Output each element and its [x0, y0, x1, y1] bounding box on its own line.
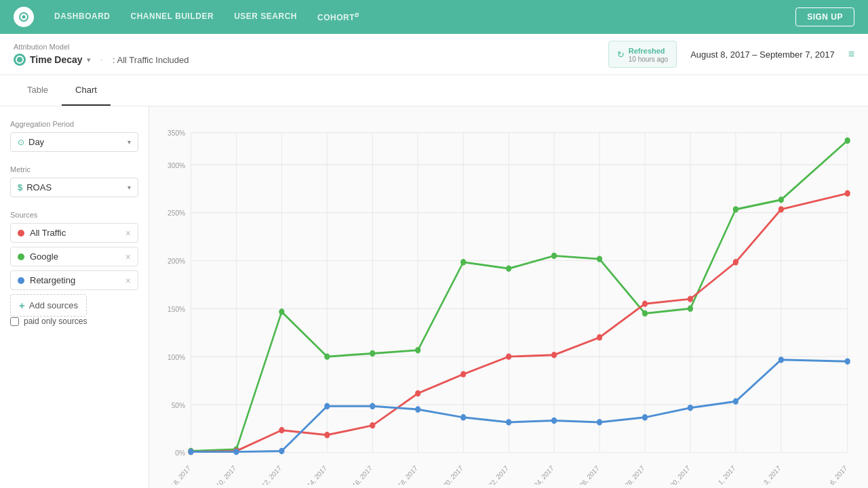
red-dot-13 [733, 259, 738, 265]
blue-dot-12 [688, 405, 693, 411]
svg-text:August 12, 2017: August 12, 2017 [245, 464, 283, 485]
blue-dot-10 [597, 419, 602, 425]
chart-svg: 350% 300% 250% 200% 150% 100% 50% 0% Aug… [156, 117, 854, 485]
metric-label: Metric [10, 165, 138, 174]
red-dot-9 [551, 352, 557, 358]
attribution-left: Attribution Model Time Decay ▾ · : All T… [14, 43, 189, 66]
svg-text:350%: 350% [167, 129, 185, 138]
refresh-status: ↻ Refreshed 10 hours ago [608, 41, 677, 68]
tab-chart[interactable]: Chart [62, 75, 111, 106]
sources-label: Sources [10, 211, 138, 219]
filter-icon[interactable]: ≡ [848, 48, 854, 60]
tab-table[interactable]: Table [14, 75, 62, 106]
nav-links: DASHBOARD CHANNEL BUILDER USER SEARCH Co… [54, 12, 775, 22]
red-dot-10 [597, 334, 602, 340]
svg-text:August 22, 2017: August 22, 2017 [473, 464, 510, 485]
svg-text:August 18, 2017: August 18, 2017 [382, 464, 419, 485]
google-dot-10 [597, 256, 602, 262]
google-dot-15 [845, 138, 850, 144]
paid-only-checkbox[interactable] [10, 317, 19, 326]
date-range[interactable]: August 8, 2017 – September 7, 2017 [685, 49, 840, 60]
blue-dot-7 [460, 414, 466, 420]
attribution-right: ↻ Refreshed 10 hours ago August 8, 2017 … [608, 41, 854, 68]
blue-dot-2 [233, 449, 239, 455]
sources-section: Sources All Traffic × Google × Retargeti… [10, 211, 138, 326]
red-dot-3 [279, 427, 284, 433]
chart-container: 350% 300% 250% 200% 150% 100% 50% 0% Aug… [156, 117, 854, 485]
nav-channel-builder[interactable]: CHANNEL BUILDER [131, 12, 214, 22]
dollar-icon: $ [18, 182, 22, 192]
all-traffic-name: All Traffic [30, 228, 125, 238]
svg-text:50%: 50% [172, 401, 186, 409]
svg-text:200%: 200% [167, 257, 185, 266]
svg-text:August 16, 2017: August 16, 2017 [336, 464, 374, 485]
google-remove-icon[interactable]: × [125, 252, 131, 262]
nav-dashboard[interactable]: DASHBOARD [54, 12, 111, 22]
clock-icon: ⊙ [18, 138, 24, 147]
blue-dot-15 [845, 358, 850, 364]
svg-text:August 24, 2017: August 24, 2017 [518, 464, 555, 485]
google-dot-3 [279, 308, 284, 314]
tabs-bar: Table Chart [0, 75, 868, 106]
attribution-model-icon [14, 54, 26, 66]
chart-area: 350% 300% 250% 200% 150% 100% 50% 0% Aug… [149, 106, 868, 488]
blue-dot-4 [324, 403, 330, 409]
attribution-model-selector[interactable]: Time Decay ▾ · : All Traffic Included [14, 54, 189, 66]
plus-icon: + [19, 300, 25, 311]
blue-dot-6 [415, 406, 420, 412]
metric-value: ROAS [26, 182, 52, 192]
add-sources-button[interactable]: + Add sources [10, 294, 87, 317]
nav-cohort[interactable]: CohoRTβ [317, 12, 359, 22]
google-dot-8 [506, 266, 511, 272]
svg-text:September 6, 2017: September 6, 2017 [806, 464, 848, 485]
svg-text:August 10, 2017: August 10, 2017 [200, 464, 237, 485]
google-dot-9 [551, 253, 557, 259]
source-item-google: Google × [10, 247, 138, 266]
blue-dot-13 [733, 399, 738, 405]
svg-text:0%: 0% [175, 449, 185, 458]
main-content: Aggregation Period ⊙ Day ▾ Metric $ ROAS… [0, 106, 868, 488]
svg-text:August 28, 2017: August 28, 2017 [608, 464, 646, 485]
metric-caret-icon: ▾ [127, 184, 131, 191]
source-item-retargeting: Retargeting × [10, 270, 138, 290]
all-traffic-remove-icon[interactable]: × [125, 228, 131, 238]
aggregation-caret-icon: ▾ [127, 138, 131, 146]
attribution-bar: Attribution Model Time Decay ▾ · : All T… [0, 34, 868, 75]
signup-button[interactable]: SIGN UP [795, 7, 854, 26]
google-dot-6 [415, 347, 420, 353]
add-sources-label: Add sources [29, 300, 78, 310]
google-dot-11 [642, 310, 648, 317]
red-dot-4 [324, 432, 330, 438]
red-dot-15 [845, 190, 850, 197]
blue-dot-14 [778, 357, 784, 363]
red-dot-14 [778, 206, 784, 212]
navbar: DASHBOARD CHANNEL BUILDER USER SEARCH Co… [0, 0, 868, 34]
aggregation-dropdown[interactable]: ⊙ Day ▾ [10, 132, 138, 152]
red-dot-8 [506, 353, 511, 359]
sidebar: Aggregation Period ⊙ Day ▾ Metric $ ROAS… [0, 106, 149, 488]
attribution-model-name: Time Decay [30, 54, 83, 65]
refresh-time: 10 hours ago [629, 56, 668, 63]
aggregation-section: Aggregation Period ⊙ Day ▾ [10, 120, 138, 152]
attribution-traffic-label: : All Traffic Included [113, 55, 189, 65]
svg-text:August 30, 2017: August 30, 2017 [654, 464, 691, 485]
svg-text:August 26, 2017: August 26, 2017 [563, 464, 600, 485]
aggregation-label: Aggregation Period [10, 120, 138, 128]
paid-only-label: paid only sources [24, 317, 87, 326]
refresh-label: Refreshed [629, 47, 665, 55]
google-dot-5 [370, 350, 375, 357]
google-dot-14 [778, 197, 784, 203]
google-dot-13 [733, 206, 738, 212]
svg-text:August 20, 2017: August 20, 2017 [427, 464, 465, 485]
blue-dot-8 [506, 419, 511, 425]
all-traffic-line [191, 193, 848, 451]
google-dot-7 [460, 259, 466, 265]
metric-dropdown[interactable]: $ ROAS ▾ [10, 178, 138, 197]
attribution-section-label: Attribution Model [14, 43, 189, 51]
red-dot-12 [688, 296, 693, 302]
paid-only-filter: paid only sources [10, 317, 138, 326]
nav-user-search[interactable]: USER SEARCH [234, 12, 297, 22]
red-dot-5 [370, 422, 375, 428]
retargeting-remove-icon[interactable]: × [125, 276, 131, 285]
source-item-all-traffic: All Traffic × [10, 223, 138, 243]
